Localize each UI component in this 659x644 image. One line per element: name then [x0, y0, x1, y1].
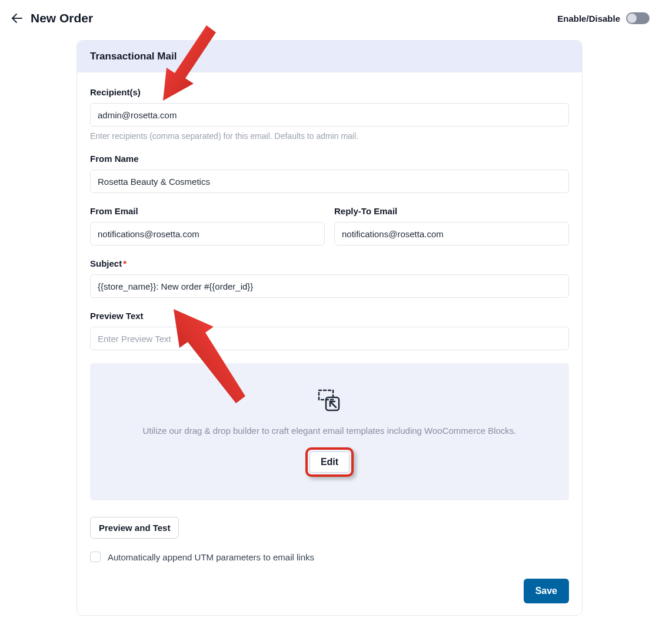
svg-line-4 — [330, 401, 336, 407]
edit-button-highlight: Edit — [305, 447, 354, 477]
page-title: New Order — [31, 11, 93, 25]
from-email-label: From Email — [90, 206, 325, 216]
reply-to-email-label: Reply-To Email — [334, 206, 569, 216]
enable-disable-label: Enable/Disable — [557, 14, 620, 24]
reply-to-email-input[interactable] — [334, 222, 569, 245]
save-button[interactable]: Save — [524, 579, 569, 603]
preview-text-input[interactable] — [90, 327, 569, 350]
recipients-help-text: Enter recipients (comma separated) for t… — [90, 131, 569, 141]
recipients-input[interactable] — [90, 103, 569, 127]
card-title: Transactional Mail — [77, 41, 582, 72]
utm-checkbox[interactable] — [90, 552, 101, 562]
enable-disable-toggle[interactable] — [626, 12, 650, 24]
preview-text-label: Preview Text — [90, 311, 569, 321]
builder-box: Utilize our drag & drop builder to craft… — [90, 363, 569, 500]
from-name-input[interactable] — [90, 170, 569, 193]
recipients-label: Recipient(s) — [90, 87, 569, 97]
builder-description: Utilize our drag & drop builder to craft… — [102, 426, 557, 436]
utm-checkbox-label: Automatically append UTM parameters to e… — [108, 552, 314, 562]
from-email-input[interactable] — [90, 222, 325, 245]
back-arrow-icon[interactable] — [9, 11, 25, 26]
edit-button[interactable]: Edit — [309, 452, 350, 473]
transactional-mail-card: Transactional Mail Recipient(s) Enter re… — [76, 40, 583, 616]
drag-drop-builder-icon — [315, 387, 344, 417]
subject-label: Subject* — [90, 258, 569, 268]
required-star-icon: * — [123, 258, 127, 268]
preview-and-test-button[interactable]: Preview and Test — [90, 517, 179, 539]
subject-input[interactable] — [90, 274, 569, 298]
from-name-label: From Name — [90, 154, 569, 164]
